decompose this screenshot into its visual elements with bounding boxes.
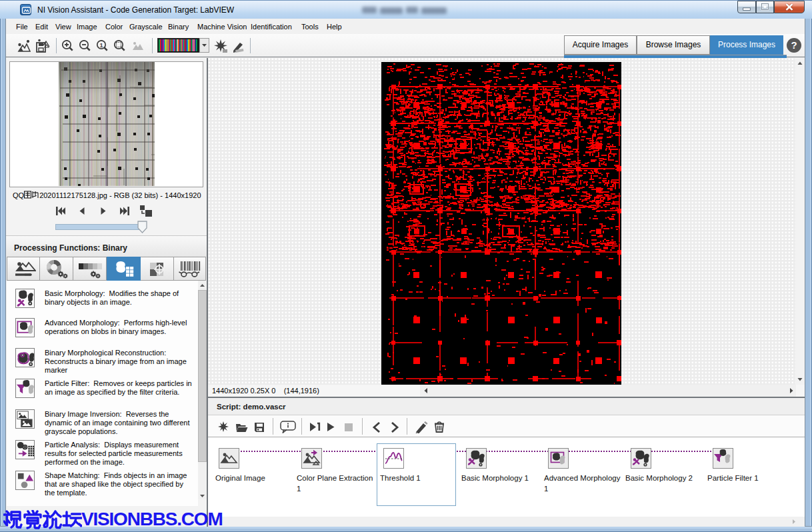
- svg-text:1: 1: [99, 42, 103, 49]
